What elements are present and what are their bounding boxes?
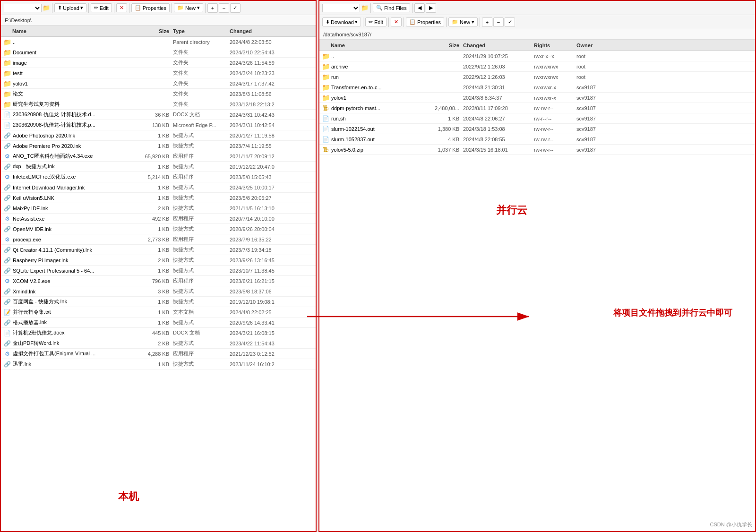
right-refresh-btn[interactable]: ✓ [505, 17, 515, 27]
left-file-icon-18: 🔗 [3, 225, 11, 233]
left-file-row[interactable]: 🔗 SQLite Expert Professional 5 - 64... 1… [1, 266, 316, 276]
right-new-file-btn[interactable]: + [482, 17, 492, 27]
right-delete-btn[interactable]: ✕ [391, 17, 402, 26]
right-col-name[interactable]: Name [321, 43, 425, 48]
left-file-row[interactable]: ⚙ InletexEMCFree汉化版.exe 5,214 KB 应用程序 20… [1, 172, 316, 182]
right-new-btn[interactable]: 📁 New ▾ [448, 17, 478, 26]
right-find-btn[interactable]: 🔍 Find Files [373, 3, 410, 12]
left-file-row[interactable]: 🔗 Adobe Premiere Pro 2020.lnk 1 KB 快捷方式 … [1, 141, 316, 151]
right-file-row[interactable]: 🗜 yolov5-5.0.zip 1,037 KB 2024/3/15 16:1… [319, 145, 755, 155]
rsep2 [412, 3, 412, 13]
right-file-owner: scv9187 [576, 147, 614, 153]
right-file-row[interactable]: 📄 slurm-1022154.out 1,380 KB 2024/3/18 1… [319, 124, 755, 134]
right-col-changed[interactable]: Changed [463, 43, 534, 48]
right-file-row[interactable]: 📁 .. 2024/1/29 10:07:25 rwxr-x--x root [319, 51, 755, 61]
left-file-size: 138 KB [135, 122, 173, 128]
right-col-owner[interactable]: Owner [576, 43, 614, 48]
left-file-row[interactable]: ⚙ procexp.exe 2,773 KB 应用程序 2023/7/9 16:… [1, 234, 316, 245]
left-file-row[interactable]: 🔗 Xmind.lnk 3 KB 快捷方式 2023/5/8 18:37:06 [1, 286, 316, 297]
left-file-icon-14: 🔗 [3, 184, 11, 191]
left-col-changed[interactable]: Changed [230, 28, 314, 34]
left-file-type: DOCX 文档 [173, 111, 230, 118]
right-col-rights[interactable]: Rights [534, 43, 576, 48]
left-file-row[interactable]: 🔗 金山PDF转Word.lnk 2 KB 快捷方式 2023/4/22 11:… [1, 338, 316, 349]
right-file-row[interactable]: 📁 archive 2022/9/12 1:26:03 rwxrwxrwx ro… [319, 61, 755, 72]
right-nav-fwd[interactable]: ▶ [426, 3, 436, 13]
left-new-file-btn[interactable]: + [207, 3, 218, 13]
left-folder-combo[interactable]: Desktop [4, 4, 42, 12]
left-refresh-btn[interactable]: ✓ [230, 3, 241, 13]
right-path-text: /data/home/scv9187/ [323, 32, 371, 37]
right-file-row[interactable]: 🗜 ddpm-pytorch-mast... 2,480,08... 2023/… [319, 103, 755, 113]
rsep3 [363, 17, 363, 27]
left-file-icon-16: 🔗 [3, 205, 11, 212]
right-file-row[interactable]: 📁 Transformer-en-to-c... 2024/4/8 21:30:… [319, 82, 755, 93]
left-file-row[interactable]: 📁 yolov1 文件夹 2024/3/17 17:37:42 [1, 78, 316, 89]
left-file-size: 2 KB [135, 206, 173, 211]
left-col-name[interactable]: Name [3, 28, 135, 34]
left-file-row[interactable]: 📁 论文 文件夹 2023/8/3 11:08:56 [1, 89, 316, 99]
left-upload-btn[interactable]: ⬆ Upload ▾ [54, 3, 86, 12]
left-remove-btn[interactable]: − [219, 3, 229, 13]
rsep1 [370, 3, 371, 13]
left-file-row[interactable]: 🔗 Keil uVision5.LNK 1 KB 快捷方式 2023/5/8 2… [1, 193, 316, 203]
left-file-row[interactable]: 🔗 OpenMV IDE.lnk 1 KB 快捷方式 2020/9/26 20:… [1, 224, 316, 234]
right-toolbar-top: scv9187 📁 🔍 Find Files ◀ ▶ [319, 1, 755, 15]
left-file-type: 快捷方式 [173, 194, 230, 201]
right-download-btn[interactable]: ⬇ Download ▾ [322, 17, 361, 26]
left-file-name: 📁 研究生考试复习资料 [3, 101, 135, 108]
right-file-size: 1,037 KB [425, 147, 463, 153]
right-file-row[interactable]: 📁 run 2022/9/12 1:26:03 rwxrwxrwx root [319, 72, 755, 82]
left-col-size[interactable]: Size [135, 28, 173, 34]
right-file-name: 📁 Transformer-en-to-c... [321, 84, 425, 91]
left-file-row[interactable]: 🔗 MaixPy IDE.lnk 2 KB 快捷方式 2021/11/5 16:… [1, 203, 316, 214]
left-file-row[interactable]: 🔗 Internet Download Manager.lnk 1 KB 快捷方… [1, 182, 316, 193]
left-file-changed: 2024/3/26 11:54:59 [230, 60, 314, 66]
left-properties-btn[interactable]: 📋 Properties [131, 3, 170, 12]
left-file-row[interactable]: 🔗 Qt Creator 4.11.1 (Community).lnk 1 KB… [1, 245, 316, 255]
left-file-row[interactable]: ⚙ 虚拟文件打包工具(Enigma Virtual ... 4,288 KB 应… [1, 349, 316, 359]
left-file-size: 1 KB [135, 361, 173, 367]
left-file-row[interactable]: ⚙ NetAssist.exe 492 KB 应用程序 2020/7/14 20… [1, 214, 316, 224]
left-file-row[interactable]: 📁 Document 文件夹 2024/3/10 22:54:43 [1, 47, 316, 58]
left-file-row[interactable]: 🔗 dxp - 快捷方式.lnk 1 KB 快捷方式 2019/12/22 20… [1, 162, 316, 172]
right-file-row[interactable]: 📄 slurm-1052837.out 4 KB 2024/4/8 22:08:… [319, 134, 755, 145]
left-file-icon-12: 🔗 [3, 163, 11, 171]
right-folder-combo[interactable]: scv9187 [322, 4, 360, 12]
right-edit-btn[interactable]: ✏ Edit [365, 17, 387, 26]
left-file-size: 492 KB [135, 216, 173, 222]
left-file-row[interactable]: ⚙ ANO_TC匿名科创地面站v4.34.exe 65,920 KB 应用程序 … [1, 151, 316, 162]
left-file-name: ⚙ procexp.exe [3, 236, 135, 243]
left-file-row[interactable]: 📁 testt 文件夹 2024/3/24 10:23:23 [1, 68, 316, 78]
left-file-row[interactable]: 🔗 百度网盘 - 快捷方式.lnk 1 KB 快捷方式 2019/12/10 1… [1, 297, 316, 307]
right-file-row[interactable]: 📄 run.sh 1 KB 2024/4/8 22:06:27 rw-r--r-… [319, 113, 755, 124]
left-file-row[interactable]: 🔗 迅雷.lnk 1 KB 快捷方式 2023/11/24 16:10:2 [1, 359, 316, 369]
left-new-btn[interactable]: 📁 New ▾ [174, 3, 203, 12]
left-file-row[interactable]: 📄 2303620908-仇佳龙-计算机技术.p... 138 KB Micro… [1, 120, 316, 130]
left-file-name: ⚙ XCOM V2.6.exe [3, 277, 135, 285]
right-remove-btn[interactable]: − [493, 17, 504, 27]
left-file-row[interactable]: 🔗 格式播放器.lnk 1 KB 快捷方式 2020/9/26 14:33:41 [1, 317, 316, 328]
right-file-changed: 2022/9/12 1:26:03 [463, 74, 534, 80]
right-file-size: 1,380 KB [425, 126, 463, 132]
left-file-row[interactable]: 📁 .. Parent directory 2024/4/8 22:03:50 [1, 37, 316, 47]
right-file-rights: rwxrwxr-x [534, 85, 576, 90]
left-file-row[interactable]: 📝 并行云指令集.txt 1 KB 文本文档 2024/4/8 22:02:25 [1, 307, 316, 317]
left-file-row[interactable]: 🔗 Raspberry Pi Imager.lnk 2 KB 快捷方式 2023… [1, 255, 316, 266]
left-file-row[interactable]: 🔗 Adobe Photoshop 2020.lnk 1 KB 快捷方式 202… [1, 130, 316, 141]
right-properties-btn[interactable]: 📋 Properties [406, 17, 444, 26]
left-file-row[interactable]: 📁 研究生考试复习资料 文件夹 2023/12/18 22:13:2 [1, 99, 316, 110]
left-file-row[interactable]: 📁 image 文件夹 2024/3/26 11:54:59 [1, 58, 316, 68]
left-file-type: 快捷方式 [173, 267, 230, 274]
left-edit-btn[interactable]: ✏ Edit [91, 3, 112, 12]
left-file-size: 65,920 KB [135, 154, 173, 159]
right-file-row[interactable]: 📁 yolov1 2024/3/8 8:34:37 rwxrwxr-x scv9… [319, 93, 755, 103]
right-col-size[interactable]: Size [425, 43, 463, 48]
left-path-bar: E:\Desktop\ [1, 15, 316, 26]
right-nav-back[interactable]: ◀ [414, 3, 425, 13]
left-file-row[interactable]: 📄 计算机2班仇佳龙.docx 445 KB DOCX 文档 2024/3/21… [1, 328, 316, 338]
left-file-row[interactable]: 📄 2303620908-仇佳龙-计算机技术.d... 36 KB DOCX 文… [1, 110, 316, 120]
left-col-type[interactable]: Type [173, 28, 230, 34]
left-delete-btn[interactable]: ✕ [116, 3, 127, 12]
left-file-row[interactable]: ⚙ XCOM V2.6.exe 796 KB 应用程序 2023/6/21 16… [1, 276, 316, 286]
